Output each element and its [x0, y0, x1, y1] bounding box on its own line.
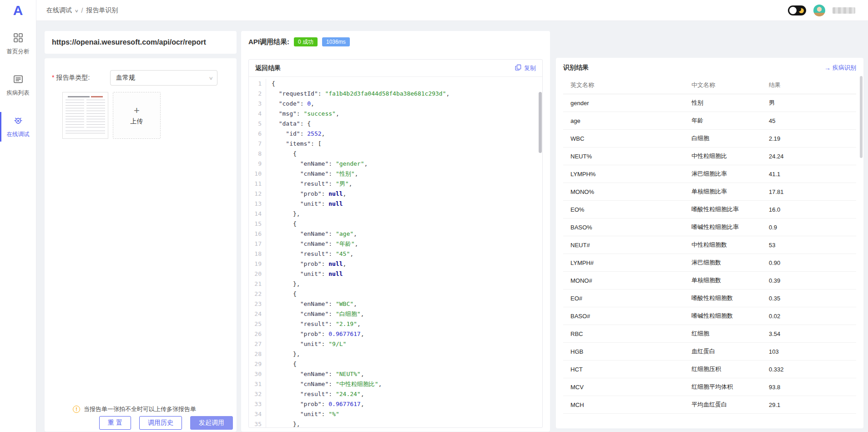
table-cell: BASO%	[563, 224, 684, 231]
table-cell: 淋巴细胞比率	[684, 170, 762, 178]
code-line: 28 },	[249, 349, 542, 359]
theme-toggle[interactable]	[788, 5, 806, 15]
sidebar-item-disease-list[interactable]: 疾病列表	[0, 69, 36, 102]
time-badge: 1036ms	[322, 37, 350, 46]
report-thumbnail[interactable]	[62, 92, 108, 139]
table-cell: 17.81	[762, 188, 856, 195]
table-scrollbar-thumb[interactable]	[860, 76, 863, 158]
table-row: NEUT#中性粒细胞数53	[563, 236, 856, 254]
table-row: EO%嗜酸性粒细胞比率16.0	[563, 201, 856, 219]
disease-recognition-link[interactable]: → 疾病识别	[824, 64, 856, 72]
table-row: HGB血红蛋白103	[563, 343, 856, 361]
chevron-down-icon[interactable]: ∨	[75, 9, 79, 13]
success-badge: 0 成功	[294, 37, 318, 46]
code-line: 11 "result": "男",	[249, 179, 542, 189]
column-header-en: 英文名称	[563, 81, 684, 89]
request-form-card: *报告单类型: 血常规 ∨ + 上传 ! 当报告单一张拍不全时可以上传多张报告单…	[45, 58, 237, 432]
breadcrumb-parent[interactable]: 在线调试	[46, 6, 72, 15]
code-line: 17 "cnName": "年龄",	[249, 239, 542, 249]
code-line: 14 },	[249, 209, 542, 219]
table-cell: 0.90	[762, 259, 856, 266]
api-result-card: API调用结果: 0 成功 1036ms 返回结果 复制 1{2 "reques…	[241, 31, 550, 432]
app-logo[interactable]: A	[0, 0, 36, 21]
table-cell: 嗜酸性粒细胞数	[684, 294, 762, 302]
report-type-select[interactable]: 血常规 ∨	[110, 70, 217, 86]
table-cell: 0.35	[762, 295, 856, 302]
table-cell: EO%	[563, 206, 684, 213]
code-scrollbar-thumb[interactable]	[539, 92, 542, 153]
table-cell: 男	[762, 99, 856, 107]
arrow-right-icon: →	[824, 65, 831, 71]
call-history-button[interactable]: 调用历史	[139, 416, 182, 430]
note-text: 当报告单一张拍不全时可以上传多张报告单	[84, 405, 196, 413]
sidebar: A 首页分析 疾病列表 在线调试	[0, 0, 36, 432]
table-cell: 0.332	[762, 366, 856, 373]
table-header-row: 英文名称 中文名称 结果	[563, 76, 856, 94]
table-cell: LYMPH%	[563, 171, 684, 178]
thumbnail-title-line	[68, 96, 103, 97]
thumbnail-body	[66, 100, 105, 128]
topbar: 在线调试 ∨ / 报告单识别	[36, 0, 868, 21]
invoke-button[interactable]: 发起调用	[190, 416, 233, 430]
json-code-viewer[interactable]: 1{2 "requestId": "fa1b4b2d3fa044d58f4ba3…	[249, 77, 542, 427]
table-body: gender性别男age年龄45WBC白细胞2.19NEUT%中性粒细胞比24.…	[563, 94, 856, 414]
code-line: 32 "result": "24.24",	[249, 389, 542, 399]
sidebar-item-label: 在线调试	[7, 131, 30, 138]
upload-button[interactable]: + 上传	[113, 92, 161, 139]
code-line: 31 "cnName": "中性粒细胞比",	[249, 379, 542, 389]
table-row: MONO%单核细胞比率17.81	[563, 183, 856, 201]
code-line: 23 "enName": "WBC",	[249, 299, 542, 309]
table-cell: 16.0	[762, 206, 856, 213]
table-cell: 单核细胞比率	[684, 188, 762, 196]
table-row: MCV红细胞平均体积93.8	[563, 378, 856, 396]
column-header-result: 结果	[762, 81, 856, 89]
moon-icon	[799, 8, 804, 13]
code-line: 12 "prob": null,	[249, 189, 542, 199]
table-cell: 3.54	[762, 330, 856, 337]
table-row: MONO#单核细胞数0.39	[563, 272, 856, 290]
recognition-header: 识别结果 → 疾病识别	[556, 58, 863, 72]
table-cell: 嗜碱性粒细胞数	[684, 312, 762, 320]
table-cell: NEUT#	[563, 242, 684, 249]
code-line: 18 "result": "45",	[249, 249, 542, 259]
table-cell: 93.8	[762, 384, 856, 391]
api-url: https://openai.wesuresoft.com/api/ocr/re…	[52, 38, 206, 46]
table-cell: 2.19	[762, 135, 856, 142]
table-cell: 嗜酸性粒细胞比率	[684, 205, 762, 213]
table-row: BASO#嗜碱性粒细胞数0.02	[563, 307, 856, 325]
code-line: 4 "msg": "success",	[249, 109, 542, 119]
sidebar-item-home-analysis[interactable]: 首页分析	[0, 27, 36, 61]
table-cell: 0.39	[762, 277, 856, 284]
sidebar-item-label: 首页分析	[7, 48, 30, 56]
table-cell: 0.9	[762, 224, 856, 231]
table-cell: 红细胞压积	[684, 365, 762, 373]
copy-button[interactable]: 复制	[515, 64, 536, 72]
code-line: 21 },	[249, 279, 542, 289]
table-cell: 41.1	[762, 171, 856, 178]
api-result-header: API调用结果: 0 成功 1036ms	[241, 31, 550, 46]
code-line: 26 "prob": 0.9677617,	[249, 329, 542, 339]
table-cell: 红细胞	[684, 330, 762, 338]
recognition-result-card: 识别结果 → 疾病识别 英文名称 中文名称 结果 gender性别男age年龄4…	[556, 58, 863, 428]
table-row: EO#嗜酸性粒细胞数0.35	[563, 290, 856, 307]
table-cell: 性别	[684, 99, 762, 107]
column-header-cn: 中文名称	[684, 81, 762, 89]
table-cell: MCV	[563, 384, 684, 391]
code-line: 19 "prob": null,	[249, 259, 542, 269]
code-line: 22 {	[249, 289, 542, 299]
table-cell: 淋巴细胞数	[684, 259, 762, 267]
table-row: HCT红细胞压积0.332	[563, 361, 856, 378]
table-cell: age	[563, 117, 684, 124]
code-line: 15 {	[249, 219, 542, 229]
table-cell: 年龄	[684, 117, 762, 125]
sidebar-item-online-debug[interactable]: 在线调试	[0, 110, 36, 143]
copy-icon	[515, 64, 522, 72]
response-panel: 返回结果 复制 1{2 "requestId": "fa1b4b2d3fa044…	[248, 59, 543, 428]
avatar[interactable]	[813, 5, 825, 16]
table-cell: 单核细胞数	[684, 276, 762, 285]
code-line: 2 "requestId": "fa1b4b2d3fa044d58f4ba38e…	[249, 89, 542, 99]
api-url-card: https://openai.wesuresoft.com/api/ocr/re…	[45, 31, 237, 54]
reset-button[interactable]: 重 置	[99, 416, 131, 430]
code-line: 6 "id": 2552,	[249, 129, 542, 139]
toggle-knob	[789, 7, 797, 14]
